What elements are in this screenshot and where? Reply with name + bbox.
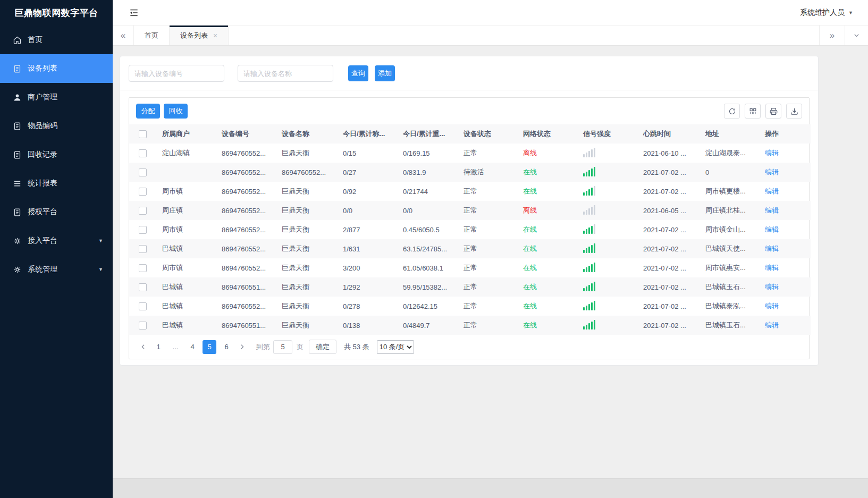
row-checkbox[interactable] bbox=[139, 226, 147, 234]
next-page-button[interactable] bbox=[235, 340, 249, 354]
print-button[interactable] bbox=[765, 104, 781, 119]
sidebar: 巨鼎物联网数字平台 首页设备列表商户管理物品编码回收记录统计报表授权平台接入平台… bbox=[0, 0, 113, 498]
edit-link[interactable]: 编辑 bbox=[765, 302, 779, 310]
sidebar-item-5[interactable]: 统计报表 bbox=[0, 169, 113, 198]
cell-merchant bbox=[156, 163, 215, 182]
tab-device-list-label: 设备列表 bbox=[180, 31, 208, 40]
signal-strength-icon bbox=[583, 263, 595, 272]
table-row[interactable]: 巴城镇 8694760552... 巨鼎天衡 0/278 0/12642.15 … bbox=[129, 297, 811, 316]
sidebar-item-4[interactable]: 回收记录 bbox=[0, 140, 113, 169]
cell-device-status: 待激活 bbox=[457, 163, 517, 182]
tab-home[interactable]: 首页 bbox=[134, 26, 169, 45]
query-button[interactable]: 查询 bbox=[348, 65, 368, 81]
select-all-checkbox[interactable] bbox=[139, 130, 147, 138]
cell-today-weight: 0/831.9 bbox=[397, 163, 457, 182]
tab-home-label: 首页 bbox=[145, 31, 158, 40]
cell-device-name: 巨鼎天衡 bbox=[275, 277, 336, 297]
device-no-input[interactable] bbox=[129, 65, 224, 82]
edit-link[interactable]: 编辑 bbox=[765, 264, 779, 272]
add-button[interactable]: 添加 bbox=[375, 65, 395, 81]
cell-today-weight: 0/12642.15 bbox=[397, 297, 457, 316]
row-checkbox[interactable] bbox=[139, 264, 147, 272]
cell-address: 周庄镇北桂... bbox=[699, 201, 759, 220]
column-header-1: 设备编号 bbox=[215, 124, 275, 144]
chevron-right-icon bbox=[239, 343, 246, 350]
cell-network-status: 离线 bbox=[517, 144, 577, 163]
row-checkbox[interactable] bbox=[139, 188, 147, 196]
cell-checkbox bbox=[129, 316, 156, 335]
tabs-scroll-right-button[interactable]: » bbox=[819, 26, 845, 45]
cell-today-weight: 61.05/6038.1 bbox=[397, 258, 457, 277]
table-toolbar: 分配 回收 bbox=[129, 98, 809, 124]
table-panel: 分配 回收 bbox=[129, 97, 810, 359]
sidebar-item-0[interactable]: 首页 bbox=[0, 26, 113, 54]
row-checkbox[interactable] bbox=[139, 283, 147, 291]
page-size-select[interactable]: 10 条/页 bbox=[377, 340, 414, 354]
table-row[interactable]: 周庄镇 8694760552... 巨鼎天衡 0/0 0/0 正常 离线 202… bbox=[129, 201, 811, 220]
sidebar-item-1[interactable]: 设备列表 bbox=[0, 54, 113, 83]
table-row[interactable]: 周市镇 8694760552... 巨鼎天衡 2/877 0.45/6050.5… bbox=[129, 220, 811, 239]
cell-actions: 编辑 bbox=[759, 220, 811, 239]
cell-actions: 编辑 bbox=[759, 144, 811, 163]
row-checkbox[interactable] bbox=[139, 302, 147, 310]
tabs-scroll-left-button[interactable]: « bbox=[113, 26, 134, 45]
gear-icon bbox=[13, 265, 22, 274]
page-6-button[interactable]: 6 bbox=[220, 340, 233, 354]
table-row[interactable]: 周市镇 8694760552... 巨鼎天衡 0/92 0/21744 正常 在… bbox=[129, 182, 811, 201]
row-checkbox[interactable] bbox=[139, 168, 147, 176]
edit-link[interactable]: 编辑 bbox=[765, 206, 779, 214]
cell-network-status: 在线 bbox=[517, 220, 577, 239]
page-4-button[interactable]: 4 bbox=[186, 340, 199, 354]
tabs-menu-button[interactable] bbox=[845, 26, 868, 45]
table-row[interactable]: 周市镇 8694760552... 巨鼎天衡 3/200 61.05/6038.… bbox=[129, 258, 811, 277]
table-row[interactable]: 巴城镇 8694760552... 巨鼎天衡 1/631 63.15/24785… bbox=[129, 239, 811, 258]
table-row[interactable]: 8694760552... 8694760552... 0/27 0/831.9… bbox=[129, 163, 811, 182]
recycle-button[interactable]: 回收 bbox=[164, 104, 188, 119]
edit-link[interactable]: 编辑 bbox=[765, 168, 779, 176]
cell-device-status: 正常 bbox=[457, 182, 517, 201]
row-checkbox[interactable] bbox=[139, 245, 147, 253]
cell-address: 周市镇更楼... bbox=[699, 182, 759, 201]
table-row[interactable]: 巴城镇 8694760551... 巨鼎天衡 0/138 0/4849.7 正常… bbox=[129, 316, 811, 335]
column-settings-button[interactable] bbox=[745, 104, 761, 119]
edit-link[interactable]: 编辑 bbox=[765, 321, 779, 329]
row-checkbox[interactable] bbox=[139, 207, 147, 215]
cell-device-status: 正常 bbox=[457, 316, 517, 335]
page-5-button[interactable]: 5 bbox=[203, 340, 216, 354]
edit-link[interactable]: 编辑 bbox=[765, 244, 779, 252]
edit-link[interactable]: 编辑 bbox=[765, 187, 779, 195]
row-checkbox[interactable] bbox=[139, 322, 147, 330]
goto-page-input[interactable] bbox=[273, 340, 292, 354]
sidebar-item-2[interactable]: 商户管理 bbox=[0, 83, 113, 112]
row-checkbox[interactable] bbox=[139, 149, 147, 157]
page-1-button[interactable]: 1 bbox=[151, 340, 165, 354]
tab-close-icon[interactable]: × bbox=[213, 31, 217, 40]
signal-strength-icon bbox=[583, 301, 595, 310]
table-row[interactable]: 巴城镇 8694760551... 巨鼎天衡 1/292 59.95/15382… bbox=[129, 277, 811, 297]
sidebar-item-8[interactable]: 系统管理▼ bbox=[0, 255, 113, 284]
column-header-5: 设备状态 bbox=[457, 124, 517, 144]
export-button[interactable] bbox=[786, 104, 802, 119]
cell-checkbox bbox=[129, 297, 156, 316]
confirm-button[interactable]: 确定 bbox=[309, 340, 336, 354]
sidebar-item-6[interactable]: 授权平台 bbox=[0, 198, 113, 226]
cell-merchant: 周庄镇 bbox=[156, 201, 215, 220]
column-header-6: 网络状态 bbox=[517, 124, 577, 144]
sidebar-item-7[interactable]: 接入平台▼ bbox=[0, 226, 113, 255]
cell-merchant: 巴城镇 bbox=[156, 239, 215, 258]
edit-link[interactable]: 编辑 bbox=[765, 283, 779, 291]
device-name-input[interactable] bbox=[238, 65, 333, 82]
prev-page-button[interactable] bbox=[136, 340, 150, 354]
tab-device-list[interactable]: 设备列表 × bbox=[169, 26, 229, 45]
refresh-button[interactable] bbox=[724, 104, 740, 119]
sidebar-item-3[interactable]: 物品编码 bbox=[0, 112, 113, 140]
menu-fold-button[interactable] bbox=[129, 7, 139, 18]
user-menu[interactable]: 系统维护人员 ▼ bbox=[800, 8, 853, 18]
doc-icon bbox=[13, 64, 22, 73]
select-all-cell bbox=[129, 124, 156, 144]
edit-link[interactable]: 编辑 bbox=[765, 149, 779, 157]
edit-link[interactable]: 编辑 bbox=[765, 225, 779, 233]
page-word: 页 bbox=[297, 342, 304, 352]
table-row[interactable]: 淀山湖镇 8694760552... 巨鼎天衡 0/15 0/169.15 正常… bbox=[129, 144, 811, 163]
assign-button[interactable]: 分配 bbox=[136, 104, 160, 119]
